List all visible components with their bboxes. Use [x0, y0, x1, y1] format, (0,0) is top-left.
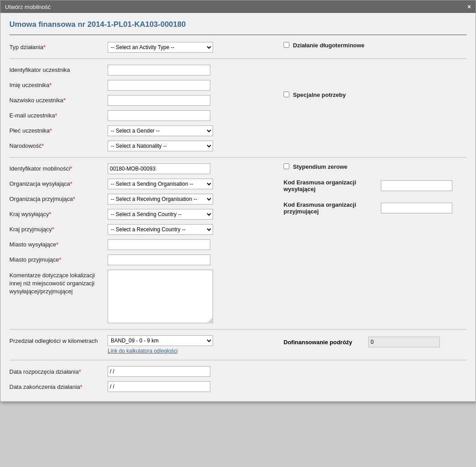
receiving-country-control: -- Select a Receiving Country -- [108, 224, 279, 235]
distance-section: Przedział odległości w kilometrach BAND_… [9, 333, 467, 356]
dialog-titlebar: Utwórz mobilność × [0, 0, 476, 13]
right-col-activity: Działanie długoterminowe [279, 40, 467, 55]
first-name-label: Imię uczestnika* [9, 80, 108, 88]
end-date-control [108, 381, 279, 392]
first-name-control [108, 80, 279, 91]
distance-label: Przedział odległości w kilometrach [9, 335, 108, 345]
special-needs-checkbox[interactable] [284, 92, 289, 97]
section-divider-3 [9, 329, 467, 329]
dates-section: Data rozpoczęcia działania* Data zakończ… [9, 364, 467, 394]
form-subtitle: Umowa finansowa nr 2014-1-PL01-KA103-000… [9, 20, 467, 29]
right-col-participant: Specjalne potrzeby [279, 63, 467, 154]
comments-control [108, 270, 279, 323]
receiving-org-label: Organizacja przyjmująca* [9, 194, 108, 202]
erasmus-receiving-input[interactable] [381, 203, 452, 213]
nationality-row: Narodowość* -- Select a Nationality -- [9, 138, 279, 154]
activity-type-select[interactable]: -- Select an Activity Type -- [108, 42, 213, 53]
sending-city-control [108, 239, 279, 250]
receiving-city-row: Miasto przyjmujące* [9, 252, 279, 267]
start-date-input[interactable] [108, 366, 210, 377]
sending-country-row: Kraj wysyłający* -- Select a Sending Cou… [9, 207, 279, 222]
end-date-input[interactable] [108, 381, 210, 392]
nationality-select[interactable]: -- Select a Nationality -- [108, 141, 213, 151]
travel-subsidy-input[interactable] [368, 337, 440, 347]
email-label: E-mail uczestnika* [9, 110, 108, 119]
close-button[interactable]: × [468, 3, 471, 10]
sending-country-control: -- Select a Sending Country -- [108, 209, 279, 220]
comments-row: Komentarze dotyczące lokalizacji innej n… [9, 267, 279, 325]
left-col-activity: Typ działania* -- Select an Activity Typ… [9, 40, 279, 55]
sending-org-control: -- Select a Sending Organisation -- [108, 179, 279, 189]
sending-org-select[interactable]: -- Select a Sending Organisation -- [108, 179, 213, 189]
special-needs-label: Specjalne potrzeby [293, 92, 346, 98]
dialog-window: Utwórz mobilność × Umowa finansowa nr 20… [0, 0, 476, 402]
last-name-label: Nazwisko uczestnika* [9, 95, 108, 104]
nationality-label: Narodowość* [9, 141, 108, 149]
right-col-distance: Dofinansowanie podróży [279, 333, 467, 356]
travel-subsidy-row: Dofinansowanie podróży [284, 333, 467, 347]
participant-id-input[interactable] [108, 65, 210, 75]
comments-textarea[interactable] [108, 270, 213, 323]
last-name-control [108, 95, 279, 106]
long-term-checkbox[interactable] [284, 42, 289, 48]
section-divider-2 [9, 157, 467, 158]
distance-calculator-link[interactable]: Link do kalkulatora odległości [108, 348, 213, 354]
zero-grant-row: Stypendium zerowe [284, 161, 467, 172]
participant-id-control [108, 65, 279, 75]
email-control [108, 110, 279, 121]
first-name-input[interactable] [108, 80, 210, 91]
right-inner-mobility: Stypendium zerowe Kod Erasmusa organizac… [284, 161, 467, 217]
long-term-label: Działanie długoterminowe [293, 42, 364, 49]
receiving-country-select[interactable]: -- Select a Receiving Country -- [108, 224, 213, 235]
gender-control: -- Select a Gender -- [108, 125, 279, 136]
sending-city-row: Miasto wysyłające* [9, 237, 279, 252]
zero-grant-checkbox[interactable] [284, 163, 289, 169]
mobility-id-label: Identyfikator mobilności* [9, 163, 108, 172]
end-date-row: Data zakończenia działania* [9, 379, 279, 394]
erasmus-receiving-row: Kod Erasmusa organizacji przyjmującej [284, 199, 467, 217]
receiving-org-row: Organizacja przyjmująca* -- Select a Rec… [9, 192, 279, 207]
receiving-city-input[interactable] [108, 254, 210, 265]
sending-org-label: Organizacja wysyłająca* [9, 179, 108, 187]
receiving-city-control [108, 254, 279, 265]
sending-city-input[interactable] [108, 239, 210, 250]
mobility-id-input[interactable] [108, 163, 210, 174]
mobility-id-control [108, 163, 279, 174]
sending-org-row: Organizacja wysyłająca* -- Select a Send… [9, 176, 279, 192]
sending-city-label: Miasto wysyłające* [9, 239, 108, 248]
distance-select[interactable]: BAND_09 - 0 - 9 km [108, 335, 213, 346]
comments-label: Komentarze dotyczące lokalizacji innej n… [9, 270, 108, 296]
receiving-org-control: -- Select a Receiving Organisation -- [108, 194, 279, 204]
dialog-body: Umowa finansowa nr 2014-1-PL01-KA103-000… [0, 13, 476, 401]
erasmus-sending-row: Kod Erasmusa organizacji wysyłającej [284, 177, 467, 195]
distance-control: BAND_09 - 0 - 9 km Link do kalkulatora o… [108, 335, 279, 354]
receiving-org-select[interactable]: -- Select a Receiving Organisation -- [108, 194, 213, 204]
receiving-country-label: Kraj przyjmujący* [9, 224, 108, 233]
last-name-row: Nazwisko uczestnika* [9, 93, 279, 108]
erasmus-sending-label: Kod Erasmusa organizacji wysyłającej [284, 179, 377, 192]
mobility-id-row: Identyfikator mobilności* [9, 161, 279, 176]
last-name-input[interactable] [108, 95, 210, 106]
top-separator [9, 34, 467, 35]
sending-country-select[interactable]: -- Select a Sending Country -- [108, 209, 213, 220]
nationality-control: -- Select a Nationality -- [108, 141, 279, 151]
left-col-dates: Data rozpoczęcia działania* Data zakończ… [9, 364, 279, 394]
end-date-label: Data zakończenia działania* [9, 381, 108, 391]
start-date-control [108, 366, 279, 377]
participant-section: Identyfikator uczestnika Imię uczestnika… [9, 63, 467, 154]
gender-select[interactable]: -- Select a Gender -- [108, 125, 213, 136]
left-col-participant: Identyfikator uczestnika Imię uczestnika… [9, 63, 279, 154]
activity-type-row: Typ działania* -- Select an Activity Typ… [9, 40, 279, 55]
receiving-country-row: Kraj przyjmujący* -- Select a Receiving … [9, 222, 279, 237]
section-divider-1 [9, 58, 467, 59]
erasmus-receiving-label: Kod Erasmusa organizacji przyjmującej [284, 201, 377, 215]
gender-label: Płeć uczestnika* [9, 125, 108, 134]
dialog-title: Utwórz mobilność [5, 4, 51, 10]
erasmus-sending-input[interactable] [381, 180, 452, 191]
distance-inner: BAND_09 - 0 - 9 km Link do kalkulatora o… [108, 335, 213, 354]
activity-type-label: Typ działania* [9, 42, 108, 50]
start-date-row: Data rozpoczęcia działania* [9, 364, 279, 379]
right-col-dates [279, 364, 467, 394]
email-input[interactable] [108, 110, 210, 121]
start-date-label: Data rozpoczęcia działania* [9, 366, 108, 376]
